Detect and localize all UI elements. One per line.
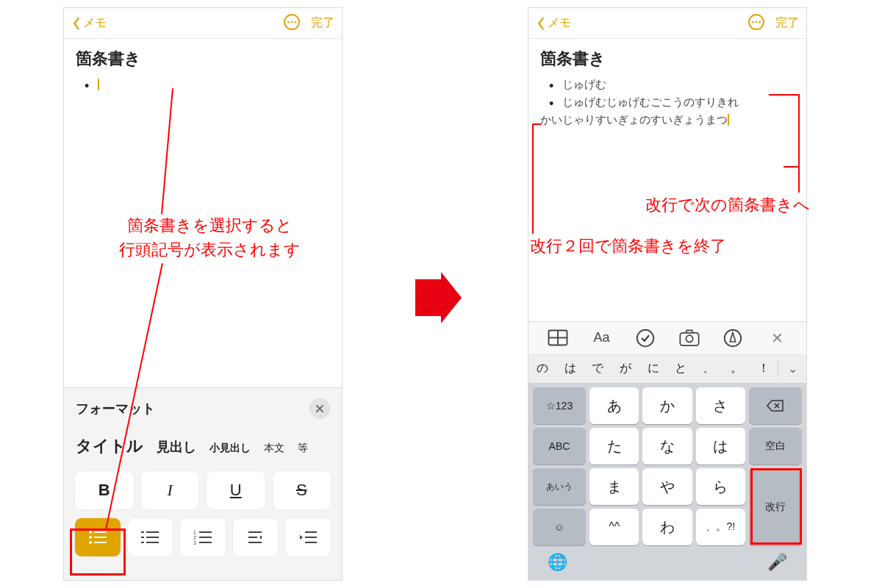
done-button[interactable]: 完了 — [311, 15, 334, 31]
format-styles-row[interactable]: タイトル 見出し 小見出し 本文 等 — [64, 426, 342, 470]
suggestion[interactable]: と — [667, 361, 695, 376]
chevron-left-icon — [536, 17, 546, 30]
more-circle-icon — [283, 13, 301, 31]
svg-point-3 — [294, 21, 296, 23]
list-indent-right-button[interactable] — [284, 517, 331, 557]
camera-icon[interactable] — [678, 327, 700, 349]
svg-rect-23 — [248, 537, 257, 538]
svg-text:2: 2 — [193, 535, 196, 540]
key-ra[interactable]: ら — [696, 468, 745, 505]
back-button[interactable]: メモ — [536, 15, 571, 31]
note-title: 箇条書き — [76, 48, 330, 70]
key-delete[interactable] — [749, 387, 802, 424]
bullet-item: じゅげむ — [549, 76, 795, 93]
svg-point-30 — [752, 21, 754, 23]
svg-rect-27 — [305, 537, 317, 538]
svg-rect-17 — [199, 531, 212, 533]
key-abc[interactable]: ABC — [533, 428, 586, 465]
svg-rect-13 — [146, 537, 159, 538]
note-body[interactable]: 箇条書き — [64, 39, 342, 93]
suggestion[interactable]: が — [612, 361, 639, 376]
more-button[interactable] — [747, 13, 765, 34]
suggestion[interactable]: ！ — [750, 361, 778, 376]
key-ka[interactable]: か — [642, 387, 692, 424]
table-icon[interactable] — [547, 327, 569, 349]
list-number-button[interactable]: 123 — [179, 517, 226, 557]
svg-point-2 — [291, 21, 293, 23]
text-format-icon[interactable]: Aa — [590, 327, 612, 349]
strike-button[interactable]: S — [272, 470, 332, 510]
key-aiu[interactable]: あいう — [533, 468, 586, 505]
svg-text:3: 3 — [193, 540, 196, 545]
format-panel: フォーマット タイトル 見出し 小見出し 本文 等 B I U S — [64, 387, 342, 580]
key-ya[interactable]: や — [642, 468, 692, 505]
close-format-button[interactable] — [309, 398, 330, 419]
keyboard: ☆123 あ か さ ABC た な は 空白 あいう ま や ら 改行 ☺ ^… — [528, 383, 806, 580]
key-vv[interactable]: ^^ — [589, 509, 639, 545]
svg-rect-14 — [141, 542, 144, 543]
suggestion-expand[interactable]: ⌄ — [778, 362, 806, 376]
suggestion-bar: の は で が に と 、 。 ！ ⌄ — [528, 354, 806, 383]
svg-point-32 — [759, 21, 761, 23]
style-etc[interactable]: 等 — [298, 442, 308, 455]
suggestion[interactable]: に — [639, 361, 667, 376]
svg-rect-9 — [94, 542, 107, 543]
close-keyboard-icon[interactable]: ✕ — [766, 327, 788, 349]
text-cursor — [728, 114, 729, 126]
suggestion[interactable]: は — [556, 361, 584, 376]
svg-text:1: 1 — [193, 530, 196, 535]
list-bullet-icon — [87, 529, 108, 545]
chevron-left-icon — [71, 17, 82, 30]
key-ma[interactable]: ま — [589, 468, 639, 505]
key-ha[interactable]: は — [696, 428, 745, 465]
more-button[interactable] — [283, 13, 301, 34]
key-punc[interactable]: 、。?! — [696, 509, 745, 545]
svg-rect-11 — [146, 531, 159, 533]
phone-left: メモ 完了 箇条書き フォーマット タイトル 見出し 小見出し 本文 等 B — [63, 7, 343, 581]
key-space[interactable]: 空白 — [749, 428, 802, 465]
suggestion[interactable]: で — [584, 361, 612, 376]
style-body[interactable]: 本文 — [264, 442, 284, 455]
mic-icon[interactable]: 🎤 — [767, 553, 787, 572]
markup-icon[interactable] — [722, 327, 744, 349]
bold-button[interactable]: B — [74, 470, 135, 510]
key-ta[interactable]: た — [589, 428, 639, 465]
svg-point-6 — [89, 536, 92, 539]
svg-rect-37 — [680, 333, 698, 345]
key-na[interactable]: な — [642, 428, 692, 465]
underline-button[interactable]: U — [206, 470, 266, 510]
wrapped-line: かいじゃりすいぎょのすいぎょうまつ — [540, 111, 795, 129]
list-indent-left-button[interactable] — [232, 517, 279, 557]
note-body[interactable]: 箇条書き じゅげむ じゅげむじゅげむごこうのすりきれ かいじゃりすいぎょのすいぎ… — [528, 39, 806, 129]
svg-point-38 — [686, 335, 692, 342]
svg-rect-12 — [141, 537, 144, 538]
svg-rect-5 — [94, 531, 107, 533]
key-sa[interactable]: さ — [696, 387, 745, 424]
list-dash-button[interactable] — [127, 517, 174, 557]
key-enter[interactable]: 改行 — [749, 468, 802, 545]
style-heading[interactable]: 見出し — [157, 438, 196, 456]
globe-icon[interactable]: 🌐 — [548, 553, 567, 572]
italic-button[interactable]: I — [140, 470, 201, 510]
svg-rect-19 — [199, 537, 212, 538]
keyboard-toolbar: Aa ✕ — [528, 321, 806, 354]
list-bullet-button[interactable] — [74, 517, 121, 557]
back-button[interactable]: メモ — [71, 15, 107, 31]
list-number-icon: 123 — [193, 529, 213, 545]
checklist-icon[interactable] — [634, 327, 656, 349]
style-title[interactable]: タイトル — [76, 435, 143, 457]
key-star123[interactable]: ☆123 — [533, 387, 586, 424]
svg-point-31 — [756, 21, 758, 23]
svg-point-1 — [287, 21, 290, 23]
svg-rect-25 — [260, 536, 262, 539]
done-button[interactable]: 完了 — [775, 15, 799, 31]
key-emoji[interactable]: ☺ — [533, 509, 586, 545]
nav-bar: メモ 完了 — [528, 8, 806, 39]
suggestion[interactable]: 。 — [723, 361, 750, 376]
key-a[interactable]: あ — [589, 387, 639, 424]
suggestion[interactable]: の — [528, 361, 556, 376]
suggestion[interactable]: 、 — [695, 361, 723, 376]
style-subheading[interactable]: 小見出し — [209, 442, 251, 455]
close-icon — [315, 404, 325, 414]
key-wa[interactable]: わ — [642, 509, 692, 545]
